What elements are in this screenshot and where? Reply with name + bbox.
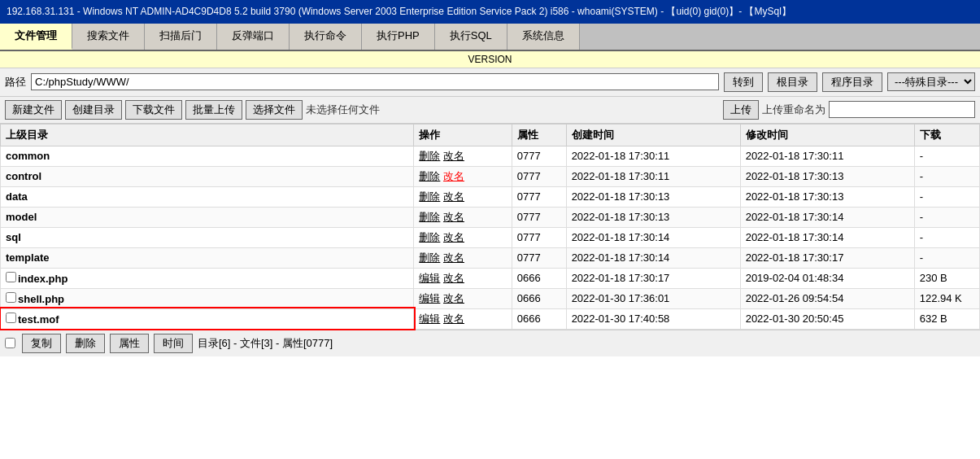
row-actions: 删除 改名 xyxy=(414,247,512,268)
row-actions: 删除 改名 xyxy=(414,207,512,227)
row-actions: 删除 改名 xyxy=(414,227,512,247)
row-actions: 编辑 改名 xyxy=(414,268,512,288)
action-link-改名[interactable]: 改名 xyxy=(443,211,464,223)
col-action-header: 操作 xyxy=(414,124,512,146)
new-file-button[interactable]: 新建文件 xyxy=(5,100,62,120)
action-link-编辑[interactable]: 编辑 xyxy=(419,313,440,325)
action-link-改名[interactable]: 改名 xyxy=(443,231,464,243)
select-file-button[interactable]: 选择文件 xyxy=(246,100,303,120)
action-link-改名[interactable]: 改名 xyxy=(443,272,464,284)
row-attr: 0777 xyxy=(512,186,566,207)
tab-exec-php[interactable]: 执行PHP xyxy=(362,24,435,50)
row-attr: 0666 xyxy=(512,288,566,308)
copy-button[interactable]: 复制 xyxy=(22,334,61,353)
action-link-删除[interactable]: 删除 xyxy=(419,231,440,243)
row-modify-time: 2022-01-18 17:30:13 xyxy=(740,166,914,186)
upload-rename-label: 上传重命名为 xyxy=(762,103,825,117)
row-create-time: 2022-01-18 17:30:17 xyxy=(566,268,740,288)
table-row: control删除 改名07772022-01-18 17:30:112022-… xyxy=(1,166,980,186)
row-name: index.php xyxy=(18,273,68,285)
prog-button[interactable]: 程序目录 xyxy=(822,72,882,92)
tab-scan-backdoor[interactable]: 扫描后门 xyxy=(145,24,217,50)
action-link-改名[interactable]: 改名 xyxy=(443,150,464,162)
row-attr: 0777 xyxy=(512,166,566,186)
action-link-编辑[interactable]: 编辑 xyxy=(419,272,440,284)
tab-exec-sql[interactable]: 执行SQL xyxy=(435,24,507,50)
row-actions: 删除 改名 xyxy=(414,146,512,166)
col-attr-header: 属性 xyxy=(512,124,566,146)
row-attr: 0666 xyxy=(512,308,566,329)
row-modify-time: 2022-01-18 17:30:14 xyxy=(740,207,914,227)
row-create-time: 2022-01-18 17:30:14 xyxy=(566,227,740,247)
path-bar: 路径 转到 根目录 程序目录 ---特殊目录---临时目录系统目录桌面 xyxy=(0,68,980,97)
col-modify-header: 修改时间 xyxy=(740,124,914,146)
tab-exec-cmd[interactable]: 执行命令 xyxy=(290,24,362,50)
path-input[interactable] xyxy=(31,73,719,90)
table-row: sql删除 改名07772022-01-18 17:30:142022-01-1… xyxy=(1,227,980,247)
row-name: common xyxy=(6,150,50,162)
row-name: shell.php xyxy=(18,293,64,305)
row-modify-time: 2019-02-04 01:48:34 xyxy=(740,268,914,288)
action-link-改名[interactable]: 改名 xyxy=(443,251,464,264)
row-modify-time: 2022-01-26 09:54:54 xyxy=(740,288,914,308)
col-name-header: 上级目录 xyxy=(1,124,414,146)
version-bar: VERSION xyxy=(0,51,980,68)
row-name: sql xyxy=(6,231,21,243)
file-table: 上级目录 操作 属性 创建时间 修改时间 下载 common删除 改名07772… xyxy=(0,124,980,330)
delete-button[interactable]: 删除 xyxy=(66,334,105,353)
row-attr: 0777 xyxy=(512,207,566,227)
action-link-删除[interactable]: 删除 xyxy=(419,251,440,264)
row-checkbox[interactable] xyxy=(6,313,16,323)
download-file-button[interactable]: 下载文件 xyxy=(125,100,182,120)
no-file-label: 未选择任何文件 xyxy=(306,103,380,117)
row-download: - xyxy=(914,207,979,227)
action-link-删除[interactable]: 删除 xyxy=(419,190,440,203)
batch-upload-button[interactable]: 批量上传 xyxy=(185,100,242,120)
attr-button[interactable]: 属性 xyxy=(110,334,149,353)
tab-sys-info[interactable]: 系统信息 xyxy=(507,24,580,50)
tab-file-mgr[interactable]: 文件管理 xyxy=(0,24,72,50)
tab-search-file[interactable]: 搜索文件 xyxy=(72,24,145,50)
version-text: VERSION xyxy=(468,54,512,65)
upload-rename-input[interactable] xyxy=(829,101,975,118)
row-download: - xyxy=(914,166,979,186)
row-actions: 编辑 改名 xyxy=(414,308,512,329)
row-create-time: 2022-01-30 17:36:01 xyxy=(566,288,740,308)
action-link-删除[interactable]: 删除 xyxy=(419,211,440,223)
row-checkbox[interactable] xyxy=(6,272,16,282)
row-name: model xyxy=(6,211,37,223)
action-link-改名[interactable]: 改名 xyxy=(443,313,464,325)
title-bar: 192.168.31.131 - Windows NT ADMIN-AD4C9D… xyxy=(0,0,980,24)
special-select[interactable]: ---特殊目录---临时目录系统目录桌面 xyxy=(887,72,975,91)
row-name: template xyxy=(6,251,49,264)
action-link-删除[interactable]: 删除 xyxy=(419,150,440,162)
table-row: data删除 改名07772022-01-18 17:30:132022-01-… xyxy=(1,186,980,207)
action-link-改名[interactable]: 改名 xyxy=(443,170,464,182)
path-label: 路径 xyxy=(5,75,26,90)
tab-reverse-port[interactable]: 反弹端口 xyxy=(217,24,290,50)
action-link-改名[interactable]: 改名 xyxy=(443,190,464,203)
action-link-改名[interactable]: 改名 xyxy=(443,292,464,304)
row-actions: 删除 改名 xyxy=(414,186,512,207)
row-checkbox[interactable] xyxy=(6,292,16,303)
upload-button[interactable]: 上传 xyxy=(723,100,759,120)
title-text: 192.168.31.131 - Windows NT ADMIN-AD4C9D… xyxy=(7,6,791,17)
row-create-time: 2022-01-18 17:30:11 xyxy=(566,146,740,166)
footer-checkbox[interactable] xyxy=(5,338,15,348)
row-attr: 0666 xyxy=(512,268,566,288)
root-button[interactable]: 根目录 xyxy=(768,72,817,92)
goto-button[interactable]: 转到 xyxy=(724,72,763,92)
col-create-header: 创建时间 xyxy=(566,124,740,146)
new-dir-button[interactable]: 创建目录 xyxy=(65,100,122,120)
row-modify-time: 2022-01-18 17:30:14 xyxy=(740,227,914,247)
row-download: 122.94 K xyxy=(914,288,979,308)
row-name: control xyxy=(6,170,41,182)
action-link-编辑[interactable]: 编辑 xyxy=(419,292,440,304)
row-modify-time: 2022-01-30 20:50:45 xyxy=(740,308,914,329)
row-download: - xyxy=(914,247,979,268)
row-download: - xyxy=(914,186,979,207)
row-modify-time: 2022-01-18 17:30:13 xyxy=(740,186,914,207)
action-link-删除[interactable]: 删除 xyxy=(419,170,440,182)
time-button[interactable]: 时间 xyxy=(154,334,193,353)
row-attr: 0777 xyxy=(512,227,566,247)
